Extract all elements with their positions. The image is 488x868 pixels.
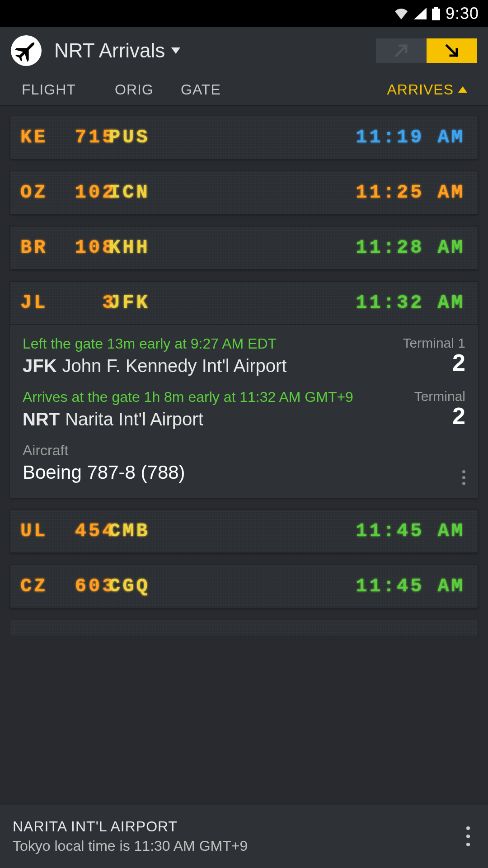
flight-number: BR 108 — [20, 237, 109, 259]
aircraft-info: Aircraft Boeing 787-8 (788) — [23, 442, 465, 483]
overflow-menu-icon[interactable] — [466, 826, 470, 846]
col-flight[interactable]: FLIGHT — [22, 81, 115, 98]
flight-board[interactable]: KE 715 PUS 11:19 AM OZ 102 ICN 11:25 AM … — [0, 106, 488, 805]
col-arrives[interactable]: ARRIVES — [387, 81, 467, 98]
flight-details: Left the gate 13m early at 9:27 AM EDT J… — [10, 325, 478, 498]
departures-button[interactable] — [376, 38, 427, 63]
departure-terminal: Terminal 1 2 — [403, 335, 465, 374]
svg-rect-1 — [432, 9, 440, 20]
flight-row[interactable]: BR 108 KHH 11:28 AM — [10, 226, 478, 269]
arrival-airport: NRTNarita Int'l Airport — [23, 409, 465, 429]
board-title: NRT Arrivals — [54, 39, 165, 62]
flight-time: 11:25 AM — [356, 182, 465, 203]
flight-origin: ICN — [109, 182, 172, 203]
wifi-icon — [394, 8, 408, 19]
flight-number: CZ 603 — [20, 576, 109, 597]
airport-name: NARITA INT'L AIRPORT — [13, 818, 248, 835]
flight-origin: CMB — [109, 520, 172, 542]
arrivals-button[interactable] — [427, 38, 477, 63]
board-selector[interactable]: NRT Arrivals — [54, 39, 363, 62]
flight-time: 11:45 AM — [356, 576, 465, 597]
flight-number: KE 715 — [20, 127, 109, 148]
flight-row[interactable]: UL 454 CMB 11:45 AM — [10, 509, 478, 553]
more-options-icon[interactable] — [462, 470, 465, 485]
battery-icon — [432, 7, 440, 20]
col-arrives-label: ARRIVES — [387, 81, 454, 98]
sort-ascending-icon — [458, 86, 467, 93]
col-orig[interactable]: ORIG — [115, 81, 181, 98]
signal-icon — [414, 8, 427, 19]
arrival-terminal: Terminal 2 — [414, 389, 465, 428]
departure-info: Left the gate 13m early at 9:27 AM EDT J… — [23, 335, 465, 376]
app-header: NRT Arrivals — [0, 27, 488, 74]
aircraft-label: Aircraft — [23, 442, 465, 459]
flight-time: 11:28 AM — [356, 237, 465, 259]
footer-bar: NARITA INT'L AIRPORT Tokyo local time is… — [0, 805, 488, 868]
column-header: FLIGHT ORIG GATE ARRIVES — [0, 74, 488, 106]
flight-number: OZ 102 — [20, 182, 109, 203]
flight-row[interactable]: CZ 603 CGQ 11:45 AM — [10, 565, 478, 608]
departure-status: Left the gate 13m early at 9:27 AM EDT — [23, 335, 465, 352]
flight-origin: JFK — [109, 292, 172, 314]
arrival-status: Arrives at the gate 1h 8m early at 11:32… — [23, 389, 465, 406]
flight-time: 11:45 AM — [356, 520, 465, 542]
clock-text: 9:30 — [446, 4, 479, 23]
airplane-icon[interactable] — [11, 35, 42, 66]
flight-number: UL 454 — [20, 520, 109, 542]
flight-origin: KHH — [109, 237, 172, 259]
flight-row[interactable]: OZ 102 ICN 11:25 AM — [10, 171, 478, 214]
flight-row[interactable]: JL 3 JFK 11:32 AM — [10, 281, 478, 325]
flight-row[interactable]: KE 715 PUS 11:19 AM — [10, 116, 478, 159]
arrival-info: Arrives at the gate 1h 8m early at 11:32… — [23, 389, 465, 429]
aircraft-name: Boeing 787-8 (788) — [23, 462, 465, 483]
status-bar: 9:30 — [0, 0, 488, 27]
flight-row-partial[interactable] — [10, 620, 478, 636]
footer-text: NARITA INT'L AIRPORT Tokyo local time is… — [13, 818, 248, 854]
col-gate[interactable]: GATE — [181, 81, 247, 98]
flight-origin: PUS — [109, 127, 172, 148]
flight-number: JL 3 — [20, 292, 109, 314]
flight-time: 11:19 AM — [356, 127, 465, 148]
flight-time: 11:32 AM — [356, 292, 465, 314]
local-time: Tokyo local time is 11:30 AM GMT+9 — [13, 838, 248, 854]
chevron-down-icon — [171, 47, 180, 54]
departure-airport: JFKJohn F. Kennedy Int'l Airport — [23, 356, 465, 376]
flight-origin: CGQ — [109, 576, 172, 597]
svg-rect-0 — [434, 7, 438, 9]
direction-toggle — [376, 38, 477, 63]
